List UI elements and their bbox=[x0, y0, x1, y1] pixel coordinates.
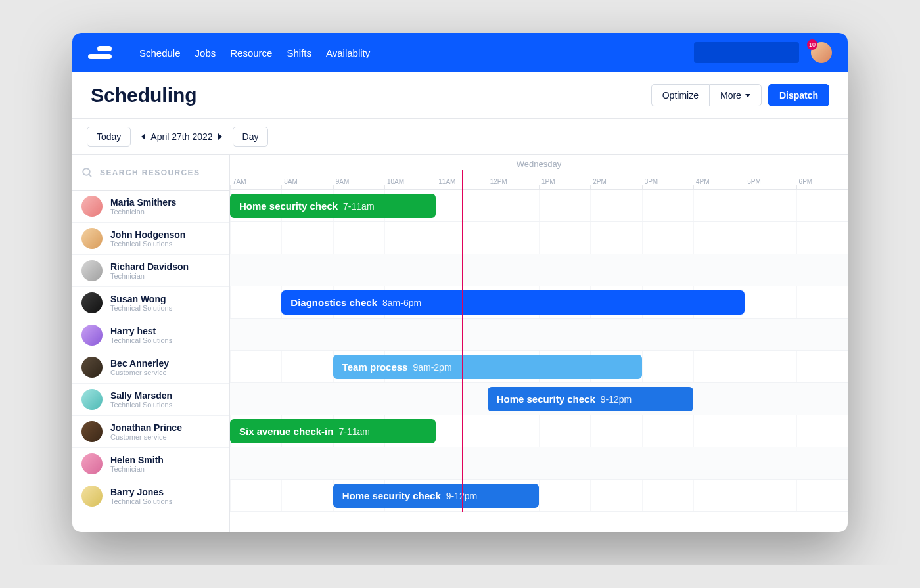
schedule-event[interactable]: Diagnostics check8am-6pm bbox=[281, 290, 745, 315]
page-header: Scheduling Optimize More Dispatch bbox=[72, 72, 848, 119]
resource-row[interactable]: Susan Wong Technical Solutions bbox=[72, 287, 229, 319]
hour-label: 7AM bbox=[230, 178, 281, 185]
hour-label: 9AM bbox=[333, 178, 384, 185]
timeline-row[interactable] bbox=[230, 222, 848, 254]
timeline-row[interactable]: Home security check9-12pm bbox=[230, 383, 848, 415]
timeline-row[interactable]: Diagnostics check8am-6pm bbox=[230, 286, 848, 319]
timeline-row[interactable] bbox=[230, 319, 848, 351]
resource-row[interactable]: Jonathan Prince Customer service bbox=[72, 416, 229, 448]
prev-date-icon[interactable] bbox=[141, 133, 145, 140]
resource-role: Technician bbox=[110, 208, 176, 215]
search-placeholder: SEARCH RESOURCES bbox=[100, 168, 200, 177]
event-time: 9-12pm bbox=[601, 394, 632, 405]
timeline-row[interactable]: Six avenue check-in7-11am bbox=[230, 415, 848, 447]
resource-row[interactable]: Sally Marsden Technical Solutions bbox=[72, 384, 229, 416]
resource-role: Customer service bbox=[110, 369, 169, 376]
resource-row[interactable]: Richard Davidson Technician bbox=[72, 255, 229, 287]
avatar-icon bbox=[81, 421, 103, 442]
search-resources[interactable]: SEARCH RESOURCES bbox=[72, 155, 229, 191]
date-toolbar: Today April 27th 2022 Day bbox=[72, 119, 848, 154]
hour-header: 7AM8AM9AM10AM11AM12PM1PM2PM3PM4PM5PM6PM bbox=[230, 170, 848, 190]
resource-role: Customer service bbox=[110, 433, 182, 441]
timeline-row[interactable] bbox=[230, 447, 848, 480]
resource-name: Richard Davidson bbox=[110, 261, 189, 272]
timeline-row[interactable]: Home security check7-11am bbox=[230, 190, 848, 222]
schedule-event[interactable]: Home security check9-12pm bbox=[333, 484, 539, 508]
more-button-label: More bbox=[720, 90, 741, 101]
resource-name: Harry hest bbox=[110, 326, 172, 336]
event-time: 7-11am bbox=[338, 426, 369, 437]
more-button[interactable]: More bbox=[709, 84, 762, 106]
schedule-event[interactable]: Home security check7-11am bbox=[230, 194, 436, 218]
resource-name: Jonathan Prince bbox=[110, 422, 182, 433]
nav-items: Schedule Jobs Resource Shifts Availablit… bbox=[139, 47, 370, 58]
event-time: 9am-2pm bbox=[413, 362, 451, 373]
resource-role: Technical Solutions bbox=[110, 336, 172, 344]
event-time: 7-11am bbox=[343, 201, 374, 212]
resource-row[interactable]: John Hodgenson Technical Solutions bbox=[72, 223, 229, 255]
resource-role: Technical Solutions bbox=[110, 240, 185, 248]
timeline-row[interactable]: Team process9am-2pm bbox=[230, 351, 848, 383]
optimize-button[interactable]: Optimize bbox=[651, 84, 709, 106]
schedule-event[interactable]: Six avenue check-in7-11am bbox=[230, 419, 436, 443]
nav-availability[interactable]: Availablity bbox=[326, 47, 370, 58]
timeline-row[interactable]: Home security check9-12pm bbox=[230, 480, 848, 512]
resource-name: Helen Smith bbox=[110, 455, 164, 465]
resource-row[interactable]: Bec Annerley Customer service bbox=[72, 351, 229, 384]
event-title: Diagnostics check bbox=[290, 297, 377, 308]
nav-action-box[interactable] bbox=[694, 42, 799, 63]
notification-badge: 10 bbox=[807, 39, 817, 50]
header-btn-group: Optimize More bbox=[651, 84, 762, 106]
schedule-event[interactable]: Team process9am-2pm bbox=[333, 355, 642, 379]
current-time-indicator bbox=[462, 170, 463, 512]
nav-jobs[interactable]: Jobs bbox=[195, 47, 216, 58]
resources-column: SEARCH RESOURCES Maria Smithers Technici… bbox=[72, 155, 230, 532]
view-mode-button[interactable]: Day bbox=[233, 127, 269, 147]
resource-name: Barry Jones bbox=[110, 487, 172, 497]
schedule-event[interactable]: Home security check9-12pm bbox=[488, 387, 693, 411]
app-window: Schedule Jobs Resource Shifts Availablit… bbox=[72, 33, 848, 532]
avatar-icon bbox=[81, 486, 103, 507]
timeline: Wednesday 7AM8AM9AM10AM11AM12PM1PM2PM3PM… bbox=[230, 155, 848, 532]
hour-label: 12PM bbox=[488, 178, 539, 185]
avatar-icon bbox=[81, 292, 103, 313]
event-title: Six avenue check-in bbox=[239, 426, 333, 437]
nav-resource[interactable]: Resource bbox=[230, 47, 272, 58]
resource-row[interactable]: Harry hest Technical Solutions bbox=[72, 319, 229, 351]
resource-name: Sally Marsden bbox=[110, 390, 172, 401]
timeline-row[interactable] bbox=[230, 254, 848, 286]
avatar-icon bbox=[81, 228, 103, 249]
resource-name: Susan Wong bbox=[110, 294, 172, 304]
svg-line-1 bbox=[89, 174, 91, 177]
dispatch-button[interactable]: Dispatch bbox=[768, 84, 829, 106]
resource-name: Bec Annerley bbox=[110, 358, 169, 369]
resource-name: Maria Smithers bbox=[110, 197, 176, 208]
event-title: Team process bbox=[342, 361, 408, 373]
hour-label: 4PM bbox=[693, 178, 745, 185]
avatar-icon bbox=[81, 389, 103, 410]
resource-row[interactable]: Helen Smith Technician bbox=[72, 448, 229, 480]
today-button[interactable]: Today bbox=[87, 127, 131, 147]
page-title: Scheduling bbox=[91, 84, 197, 106]
resource-row[interactable]: Barry Jones Technical Solutions bbox=[72, 480, 229, 512]
avatar-icon bbox=[81, 196, 103, 217]
hour-label: 5PM bbox=[745, 178, 796, 185]
top-nav: Schedule Jobs Resource Shifts Availablit… bbox=[72, 33, 848, 72]
logo bbox=[88, 46, 112, 59]
search-icon bbox=[81, 167, 93, 179]
avatar-icon bbox=[81, 260, 103, 281]
date-navigator: April 27th 2022 bbox=[141, 131, 221, 142]
hour-label: 3PM bbox=[642, 178, 693, 185]
nav-schedule[interactable]: Schedule bbox=[139, 47, 181, 58]
user-menu[interactable]: 10 bbox=[811, 42, 832, 63]
resource-row[interactable]: Maria Smithers Technician bbox=[72, 191, 229, 223]
next-date-icon[interactable] bbox=[218, 133, 222, 140]
resource-role: Technical Solutions bbox=[110, 401, 172, 409]
hour-label: 1PM bbox=[539, 178, 590, 185]
event-time: 8am-6pm bbox=[382, 298, 421, 308]
resource-role: Technician bbox=[110, 465, 164, 473]
avatar-icon bbox=[81, 357, 103, 378]
avatar-icon bbox=[81, 453, 103, 474]
current-date-label[interactable]: April 27th 2022 bbox=[150, 131, 212, 142]
nav-shifts[interactable]: Shifts bbox=[287, 47, 311, 58]
